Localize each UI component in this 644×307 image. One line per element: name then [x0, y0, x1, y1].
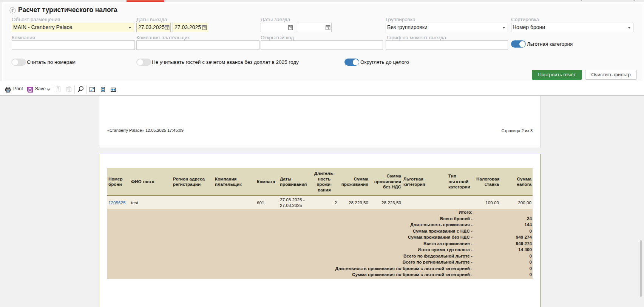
svg-text:?: ? — [57, 88, 59, 91]
